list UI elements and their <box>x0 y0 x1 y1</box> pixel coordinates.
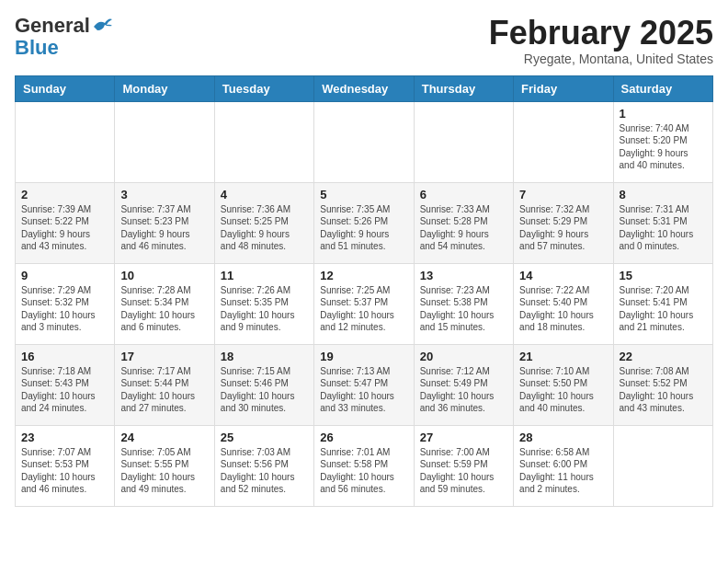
day-number: 22 <box>620 350 707 363</box>
day-info: Sunrise: 7:08 AM Sunset: 5:52 PM Dayligh… <box>620 365 707 415</box>
day-info: Sunrise: 7:18 AM Sunset: 5:43 PM Dayligh… <box>21 365 108 415</box>
day-info: Sunrise: 7:05 AM Sunset: 5:55 PM Dayligh… <box>120 446 208 496</box>
calendar-cell: 17Sunrise: 7:17 AM Sunset: 5:44 PM Dayli… <box>115 344 214 425</box>
day-info: Sunrise: 7:22 AM Sunset: 5:40 PM Dayligh… <box>519 284 607 334</box>
weekday-header-thursday: Thursday <box>414 75 513 101</box>
day-number: 21 <box>519 350 607 363</box>
calendar-cell <box>16 101 115 182</box>
calendar-cell: 14Sunrise: 7:22 AM Sunset: 5:40 PM Dayli… <box>514 263 613 344</box>
calendar-cell: 27Sunrise: 7:00 AM Sunset: 5:59 PM Dayli… <box>414 425 513 506</box>
logo-blue: Blue <box>15 37 59 59</box>
day-number: 8 <box>620 188 707 201</box>
day-info: Sunrise: 7:25 AM Sunset: 5:37 PM Dayligh… <box>320 284 407 334</box>
calendar-week-row: 16Sunrise: 7:18 AM Sunset: 5:43 PM Dayli… <box>16 344 713 425</box>
calendar-cell: 10Sunrise: 7:28 AM Sunset: 5:34 PM Dayli… <box>115 263 214 344</box>
day-number: 6 <box>420 188 507 201</box>
day-number: 28 <box>519 431 607 444</box>
day-info: Sunrise: 7:37 AM Sunset: 5:23 PM Dayligh… <box>120 203 208 253</box>
calendar-week-row: 1Sunrise: 7:40 AM Sunset: 5:20 PM Daylig… <box>16 101 713 182</box>
day-info: Sunrise: 7:26 AM Sunset: 5:35 PM Dayligh… <box>221 284 308 334</box>
calendar-cell: 26Sunrise: 7:01 AM Sunset: 5:58 PM Dayli… <box>314 425 414 506</box>
logo: General Blue <box>15 15 112 59</box>
day-info: Sunrise: 7:00 AM Sunset: 5:59 PM Dayligh… <box>420 446 507 496</box>
day-number: 5 <box>320 188 407 201</box>
day-number: 9 <box>21 269 108 282</box>
day-number: 7 <box>519 188 607 201</box>
calendar-cell: 20Sunrise: 7:12 AM Sunset: 5:49 PM Dayli… <box>414 344 513 425</box>
calendar-cell: 22Sunrise: 7:08 AM Sunset: 5:52 PM Dayli… <box>613 344 712 425</box>
day-number: 15 <box>620 269 707 282</box>
day-info: Sunrise: 7:36 AM Sunset: 5:25 PM Dayligh… <box>221 203 308 253</box>
day-number: 12 <box>320 269 407 282</box>
calendar-cell: 9Sunrise: 7:29 AM Sunset: 5:32 PM Daylig… <box>16 263 115 344</box>
calendar-cell <box>115 101 214 182</box>
calendar-cell: 7Sunrise: 7:32 AM Sunset: 5:29 PM Daylig… <box>514 182 613 263</box>
weekday-header-friday: Friday <box>514 75 613 101</box>
calendar-cell: 19Sunrise: 7:13 AM Sunset: 5:47 PM Dayli… <box>314 344 414 425</box>
day-info: Sunrise: 7:15 AM Sunset: 5:46 PM Dayligh… <box>221 365 308 415</box>
calendar-cell: 16Sunrise: 7:18 AM Sunset: 5:43 PM Dayli… <box>16 344 115 425</box>
calendar-cell: 12Sunrise: 7:25 AM Sunset: 5:37 PM Dayli… <box>314 263 414 344</box>
day-info: Sunrise: 7:28 AM Sunset: 5:34 PM Dayligh… <box>120 284 208 334</box>
calendar-cell <box>613 425 712 506</box>
day-info: Sunrise: 7:01 AM Sunset: 5:58 PM Dayligh… <box>320 446 407 496</box>
day-number: 26 <box>320 431 407 444</box>
day-number: 25 <box>221 431 308 444</box>
calendar-cell: 11Sunrise: 7:26 AM Sunset: 5:35 PM Dayli… <box>214 263 313 344</box>
calendar-cell <box>314 101 414 182</box>
day-info: Sunrise: 7:39 AM Sunset: 5:22 PM Dayligh… <box>21 203 108 253</box>
weekday-header-wednesday: Wednesday <box>314 75 414 101</box>
calendar-cell <box>514 101 613 182</box>
day-info: Sunrise: 7:32 AM Sunset: 5:29 PM Dayligh… <box>519 203 607 253</box>
calendar-cell: 24Sunrise: 7:05 AM Sunset: 5:55 PM Dayli… <box>115 425 214 506</box>
day-number: 11 <box>221 269 308 282</box>
day-number: 10 <box>120 269 208 282</box>
weekday-header-tuesday: Tuesday <box>214 75 313 101</box>
day-info: Sunrise: 7:10 AM Sunset: 5:50 PM Dayligh… <box>519 365 607 415</box>
day-info: Sunrise: 7:20 AM Sunset: 5:41 PM Dayligh… <box>620 284 707 334</box>
calendar-week-row: 9Sunrise: 7:29 AM Sunset: 5:32 PM Daylig… <box>16 263 713 344</box>
weekday-header-sunday: Sunday <box>16 75 115 101</box>
calendar-table: SundayMondayTuesdayWednesdayThursdayFrid… <box>15 75 713 507</box>
title-block: February 2025 Ryegate, Montana, United S… <box>489 15 713 66</box>
calendar-cell: 18Sunrise: 7:15 AM Sunset: 5:46 PM Dayli… <box>214 344 313 425</box>
calendar-cell: 2Sunrise: 7:39 AM Sunset: 5:22 PM Daylig… <box>16 182 115 263</box>
calendar-cell: 6Sunrise: 7:33 AM Sunset: 5:28 PM Daylig… <box>414 182 513 263</box>
day-info: Sunrise: 7:29 AM Sunset: 5:32 PM Dayligh… <box>21 284 108 334</box>
page-header: General Blue February 2025 Ryegate, Mont… <box>15 15 713 66</box>
calendar-subtitle: Ryegate, Montana, United States <box>489 52 713 66</box>
day-number: 4 <box>221 188 308 201</box>
calendar-cell: 4Sunrise: 7:36 AM Sunset: 5:25 PM Daylig… <box>214 182 313 263</box>
calendar-week-row: 2Sunrise: 7:39 AM Sunset: 5:22 PM Daylig… <box>16 182 713 263</box>
weekday-header-row: SundayMondayTuesdayWednesdayThursdayFrid… <box>16 75 713 101</box>
day-number: 23 <box>21 431 108 444</box>
day-info: Sunrise: 7:23 AM Sunset: 5:38 PM Dayligh… <box>420 284 507 334</box>
day-number: 3 <box>120 188 208 201</box>
day-info: Sunrise: 7:07 AM Sunset: 5:53 PM Dayligh… <box>21 446 108 496</box>
calendar-cell <box>414 101 513 182</box>
day-number: 1 <box>620 107 707 121</box>
calendar-cell: 28Sunrise: 6:58 AM Sunset: 6:00 PM Dayli… <box>514 425 613 506</box>
calendar-cell: 8Sunrise: 7:31 AM Sunset: 5:31 PM Daylig… <box>613 182 712 263</box>
day-number: 27 <box>420 431 507 444</box>
day-number: 18 <box>221 350 308 363</box>
day-info: Sunrise: 6:58 AM Sunset: 6:00 PM Dayligh… <box>519 446 607 496</box>
logo-bird-icon <box>92 17 112 34</box>
day-number: 16 <box>21 350 108 363</box>
day-info: Sunrise: 7:12 AM Sunset: 5:49 PM Dayligh… <box>420 365 507 415</box>
day-info: Sunrise: 7:31 AM Sunset: 5:31 PM Dayligh… <box>620 203 707 253</box>
logo-general: General <box>15 15 90 37</box>
day-number: 17 <box>120 350 208 363</box>
day-info: Sunrise: 7:33 AM Sunset: 5:28 PM Dayligh… <box>420 203 507 253</box>
calendar-cell: 23Sunrise: 7:07 AM Sunset: 5:53 PM Dayli… <box>16 425 115 506</box>
day-info: Sunrise: 7:03 AM Sunset: 5:56 PM Dayligh… <box>221 446 308 496</box>
day-number: 13 <box>420 269 507 282</box>
calendar-cell: 15Sunrise: 7:20 AM Sunset: 5:41 PM Dayli… <box>613 263 712 344</box>
weekday-header-saturday: Saturday <box>613 75 712 101</box>
day-number: 14 <box>519 269 607 282</box>
calendar-cell: 3Sunrise: 7:37 AM Sunset: 5:23 PM Daylig… <box>115 182 214 263</box>
day-info: Sunrise: 7:17 AM Sunset: 5:44 PM Dayligh… <box>120 365 208 415</box>
day-info: Sunrise: 7:35 AM Sunset: 5:26 PM Dayligh… <box>320 203 407 253</box>
calendar-cell: 13Sunrise: 7:23 AM Sunset: 5:38 PM Dayli… <box>414 263 513 344</box>
day-number: 24 <box>120 431 208 444</box>
